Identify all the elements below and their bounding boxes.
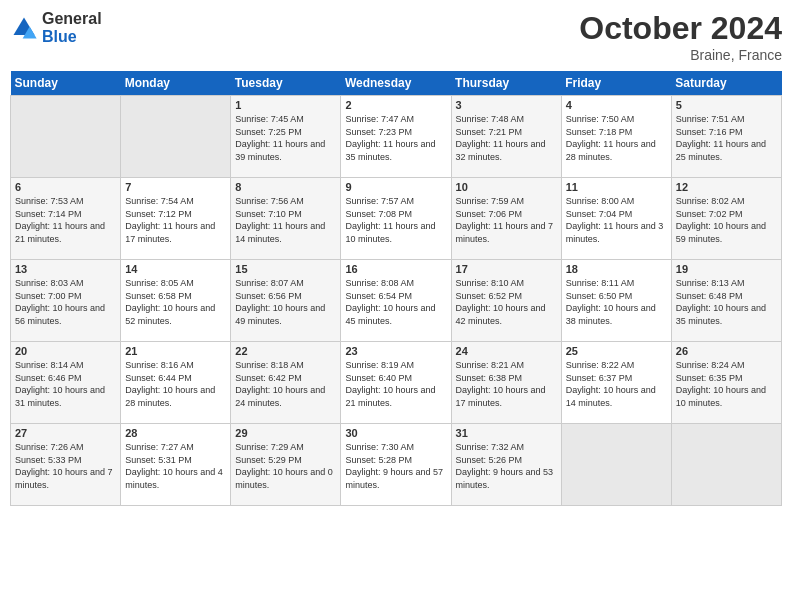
week-row-2: 6Sunrise: 7:53 AMSunset: 7:14 PMDaylight…	[11, 178, 782, 260]
day-number: 23	[345, 345, 446, 357]
day-cell: 30Sunrise: 7:30 AMSunset: 5:28 PMDayligh…	[341, 424, 451, 506]
day-cell: 19Sunrise: 8:13 AMSunset: 6:48 PMDayligh…	[671, 260, 781, 342]
logo: General Blue	[10, 10, 102, 45]
day-info: Sunrise: 8:13 AMSunset: 6:48 PMDaylight:…	[676, 277, 777, 327]
day-cell: 23Sunrise: 8:19 AMSunset: 6:40 PMDayligh…	[341, 342, 451, 424]
day-info: Sunrise: 8:16 AMSunset: 6:44 PMDaylight:…	[125, 359, 226, 409]
weekday-header-wednesday: Wednesday	[341, 71, 451, 96]
day-info: Sunrise: 8:10 AMSunset: 6:52 PMDaylight:…	[456, 277, 557, 327]
day-number: 8	[235, 181, 336, 193]
day-number: 22	[235, 345, 336, 357]
day-cell: 4Sunrise: 7:50 AMSunset: 7:18 PMDaylight…	[561, 96, 671, 178]
day-info: Sunrise: 7:54 AMSunset: 7:12 PMDaylight:…	[125, 195, 226, 245]
month-title: October 2024	[579, 10, 782, 47]
day-info: Sunrise: 7:27 AMSunset: 5:31 PMDaylight:…	[125, 441, 226, 491]
day-info: Sunrise: 7:26 AMSunset: 5:33 PMDaylight:…	[15, 441, 116, 491]
day-info: Sunrise: 7:32 AMSunset: 5:26 PMDaylight:…	[456, 441, 557, 491]
day-cell: 5Sunrise: 7:51 AMSunset: 7:16 PMDaylight…	[671, 96, 781, 178]
calendar-table: SundayMondayTuesdayWednesdayThursdayFrid…	[10, 71, 782, 506]
day-cell: 15Sunrise: 8:07 AMSunset: 6:56 PMDayligh…	[231, 260, 341, 342]
day-cell: 14Sunrise: 8:05 AMSunset: 6:58 PMDayligh…	[121, 260, 231, 342]
day-info: Sunrise: 7:56 AMSunset: 7:10 PMDaylight:…	[235, 195, 336, 245]
day-number: 5	[676, 99, 777, 111]
day-info: Sunrise: 8:02 AMSunset: 7:02 PMDaylight:…	[676, 195, 777, 245]
day-cell	[121, 96, 231, 178]
week-row-1: 1Sunrise: 7:45 AMSunset: 7:25 PMDaylight…	[11, 96, 782, 178]
day-cell: 6Sunrise: 7:53 AMSunset: 7:14 PMDaylight…	[11, 178, 121, 260]
day-info: Sunrise: 8:22 AMSunset: 6:37 PMDaylight:…	[566, 359, 667, 409]
day-info: Sunrise: 8:14 AMSunset: 6:46 PMDaylight:…	[15, 359, 116, 409]
weekday-header-saturday: Saturday	[671, 71, 781, 96]
day-cell: 8Sunrise: 7:56 AMSunset: 7:10 PMDaylight…	[231, 178, 341, 260]
day-number: 28	[125, 427, 226, 439]
logo-general: General	[42, 10, 102, 28]
day-info: Sunrise: 7:47 AMSunset: 7:23 PMDaylight:…	[345, 113, 446, 163]
day-cell: 25Sunrise: 8:22 AMSunset: 6:37 PMDayligh…	[561, 342, 671, 424]
day-number: 17	[456, 263, 557, 275]
page-header: General Blue October 2024 Braine, France	[10, 10, 782, 63]
day-cell	[671, 424, 781, 506]
weekday-header-monday: Monday	[121, 71, 231, 96]
day-info: Sunrise: 7:59 AMSunset: 7:06 PMDaylight:…	[456, 195, 557, 245]
day-cell: 21Sunrise: 8:16 AMSunset: 6:44 PMDayligh…	[121, 342, 231, 424]
day-number: 2	[345, 99, 446, 111]
weekday-header-thursday: Thursday	[451, 71, 561, 96]
day-number: 4	[566, 99, 667, 111]
day-cell: 11Sunrise: 8:00 AMSunset: 7:04 PMDayligh…	[561, 178, 671, 260]
day-number: 13	[15, 263, 116, 275]
day-cell: 7Sunrise: 7:54 AMSunset: 7:12 PMDaylight…	[121, 178, 231, 260]
day-number: 11	[566, 181, 667, 193]
day-number: 30	[345, 427, 446, 439]
day-cell: 22Sunrise: 8:18 AMSunset: 6:42 PMDayligh…	[231, 342, 341, 424]
day-cell: 3Sunrise: 7:48 AMSunset: 7:21 PMDaylight…	[451, 96, 561, 178]
day-number: 18	[566, 263, 667, 275]
week-row-5: 27Sunrise: 7:26 AMSunset: 5:33 PMDayligh…	[11, 424, 782, 506]
day-number: 3	[456, 99, 557, 111]
day-cell: 9Sunrise: 7:57 AMSunset: 7:08 PMDaylight…	[341, 178, 451, 260]
day-number: 26	[676, 345, 777, 357]
day-cell: 27Sunrise: 7:26 AMSunset: 5:33 PMDayligh…	[11, 424, 121, 506]
day-info: Sunrise: 7:50 AMSunset: 7:18 PMDaylight:…	[566, 113, 667, 163]
day-info: Sunrise: 7:57 AMSunset: 7:08 PMDaylight:…	[345, 195, 446, 245]
day-cell: 16Sunrise: 8:08 AMSunset: 6:54 PMDayligh…	[341, 260, 451, 342]
day-number: 31	[456, 427, 557, 439]
day-number: 16	[345, 263, 446, 275]
day-number: 15	[235, 263, 336, 275]
day-number: 21	[125, 345, 226, 357]
day-info: Sunrise: 7:53 AMSunset: 7:14 PMDaylight:…	[15, 195, 116, 245]
day-cell: 17Sunrise: 8:10 AMSunset: 6:52 PMDayligh…	[451, 260, 561, 342]
day-info: Sunrise: 7:29 AMSunset: 5:29 PMDaylight:…	[235, 441, 336, 491]
day-cell: 24Sunrise: 8:21 AMSunset: 6:38 PMDayligh…	[451, 342, 561, 424]
day-info: Sunrise: 8:05 AMSunset: 6:58 PMDaylight:…	[125, 277, 226, 327]
day-number: 12	[676, 181, 777, 193]
day-info: Sunrise: 7:30 AMSunset: 5:28 PMDaylight:…	[345, 441, 446, 491]
logo-text: General Blue	[42, 10, 102, 45]
week-row-4: 20Sunrise: 8:14 AMSunset: 6:46 PMDayligh…	[11, 342, 782, 424]
day-cell: 1Sunrise: 7:45 AMSunset: 7:25 PMDaylight…	[231, 96, 341, 178]
day-number: 7	[125, 181, 226, 193]
day-cell: 12Sunrise: 8:02 AMSunset: 7:02 PMDayligh…	[671, 178, 781, 260]
day-number: 19	[676, 263, 777, 275]
day-info: Sunrise: 8:03 AMSunset: 7:00 PMDaylight:…	[15, 277, 116, 327]
day-number: 25	[566, 345, 667, 357]
day-cell: 10Sunrise: 7:59 AMSunset: 7:06 PMDayligh…	[451, 178, 561, 260]
weekday-header-tuesday: Tuesday	[231, 71, 341, 96]
day-cell: 29Sunrise: 7:29 AMSunset: 5:29 PMDayligh…	[231, 424, 341, 506]
day-number: 24	[456, 345, 557, 357]
day-number: 20	[15, 345, 116, 357]
day-cell: 18Sunrise: 8:11 AMSunset: 6:50 PMDayligh…	[561, 260, 671, 342]
day-info: Sunrise: 8:07 AMSunset: 6:56 PMDaylight:…	[235, 277, 336, 327]
day-cell: 13Sunrise: 8:03 AMSunset: 7:00 PMDayligh…	[11, 260, 121, 342]
day-cell	[561, 424, 671, 506]
day-info: Sunrise: 8:08 AMSunset: 6:54 PMDaylight:…	[345, 277, 446, 327]
day-info: Sunrise: 7:45 AMSunset: 7:25 PMDaylight:…	[235, 113, 336, 163]
week-row-3: 13Sunrise: 8:03 AMSunset: 7:00 PMDayligh…	[11, 260, 782, 342]
day-number: 10	[456, 181, 557, 193]
day-info: Sunrise: 7:51 AMSunset: 7:16 PMDaylight:…	[676, 113, 777, 163]
day-number: 29	[235, 427, 336, 439]
logo-blue: Blue	[42, 28, 102, 46]
title-block: October 2024 Braine, France	[579, 10, 782, 63]
day-cell	[11, 96, 121, 178]
day-info: Sunrise: 8:21 AMSunset: 6:38 PMDaylight:…	[456, 359, 557, 409]
day-info: Sunrise: 8:19 AMSunset: 6:40 PMDaylight:…	[345, 359, 446, 409]
